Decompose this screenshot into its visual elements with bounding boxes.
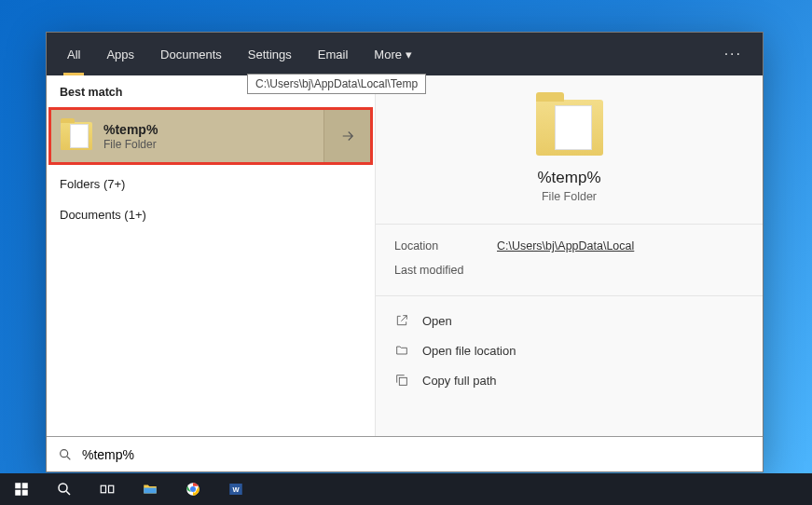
search-icon [58,447,73,462]
task-view-button[interactable] [86,473,129,505]
tab-more[interactable]: More ▾ [361,33,425,75]
group-documents[interactable]: Documents (1+) [47,199,375,230]
tab-apps[interactable]: Apps [93,33,147,75]
folder-icon [61,122,92,150]
search-panel: All Apps Documents Settings Email More ▾… [46,32,764,472]
windows-logo-icon [13,481,30,498]
svg-rect-7 [101,485,105,493]
start-button[interactable] [0,473,43,505]
folder-large-icon [536,100,603,156]
result-main[interactable]: %temp% File Folder [51,110,323,162]
action-copy-path-label: Copy full path [422,374,497,388]
arrow-right-icon [339,128,356,144]
file-explorer-taskbar[interactable] [129,473,172,505]
svg-rect-4 [15,490,21,496]
last-modified-label: Last modified [394,264,497,277]
action-open-label: Open [422,314,452,328]
chrome-taskbar[interactable] [172,473,214,505]
chrome-icon [185,481,201,498]
meta-lastmodified-row: Last modified [394,264,744,277]
path-tooltip: C:\Users\bj\AppData\Local\Temp [247,74,426,94]
group-folders[interactable]: Folders (7+) [47,169,375,199]
search-input-bar[interactable] [47,436,763,471]
action-open-location[interactable]: Open file location [387,335,751,365]
copy-icon [394,373,409,388]
svg-rect-9 [144,488,157,494]
result-text: %temp% File Folder [103,122,158,151]
taskbar-search-button[interactable] [43,473,86,505]
svg-point-1 [61,449,68,457]
preview-column: %temp% File Folder Location C:\Users\bj\… [375,75,763,436]
group-folders-label: Folders (7+) [60,177,125,191]
tab-documents[interactable]: Documents [147,33,235,75]
svg-rect-8 [109,485,114,493]
svg-rect-5 [22,490,28,496]
preview-header: %temp% File Folder [376,75,763,225]
search-body: Best match %temp% File Folder Folders (7… [47,75,763,436]
svg-rect-2 [15,483,21,488]
search-icon [56,481,73,498]
best-match-result[interactable]: %temp% File Folder [48,107,373,165]
preview-actions: Open Open file location Copy full path [376,296,763,404]
svg-point-6 [59,484,67,492]
taskbar: W [0,473,812,505]
action-copy-path[interactable]: Copy full path [387,365,751,395]
action-open-location-label: Open file location [422,344,516,358]
svg-text:W: W [232,485,240,494]
word-taskbar[interactable]: W [214,473,257,505]
tab-more-label: More [374,48,402,61]
result-subtitle: File Folder [103,138,158,151]
meta-location-row: Location C:\Users\bj\AppData\Local [394,239,744,252]
word-icon: W [227,481,244,498]
open-location-icon [394,343,409,358]
location-link[interactable]: C:\Users\bj\AppData\Local [497,239,634,252]
location-label: Location [394,239,497,252]
options-menu-button[interactable]: ··· [711,46,755,62]
search-tabs: All Apps Documents Settings Email More ▾… [47,33,763,75]
search-input[interactable] [82,447,751,462]
tab-all[interactable]: All [54,33,93,75]
result-title: %temp% [103,122,158,137]
preview-metadata: Location C:\Users\bj\AppData\Local Last … [376,225,763,296]
group-documents-label: Documents (1+) [60,208,146,222]
tab-email[interactable]: Email [305,33,362,75]
tab-settings[interactable]: Settings [235,33,305,75]
svg-point-11 [190,486,196,492]
preview-subtitle: File Folder [542,190,597,203]
results-column: Best match %temp% File Folder Folders (7… [47,75,375,436]
svg-rect-0 [399,377,406,385]
svg-rect-3 [22,483,28,488]
expand-result-button[interactable] [323,110,370,162]
action-open[interactable]: Open [387,306,751,335]
preview-title: %temp% [537,169,600,187]
file-explorer-icon [142,481,158,498]
chevron-down-icon: ▾ [406,48,412,61]
task-view-icon [99,481,116,498]
open-icon [394,313,409,328]
